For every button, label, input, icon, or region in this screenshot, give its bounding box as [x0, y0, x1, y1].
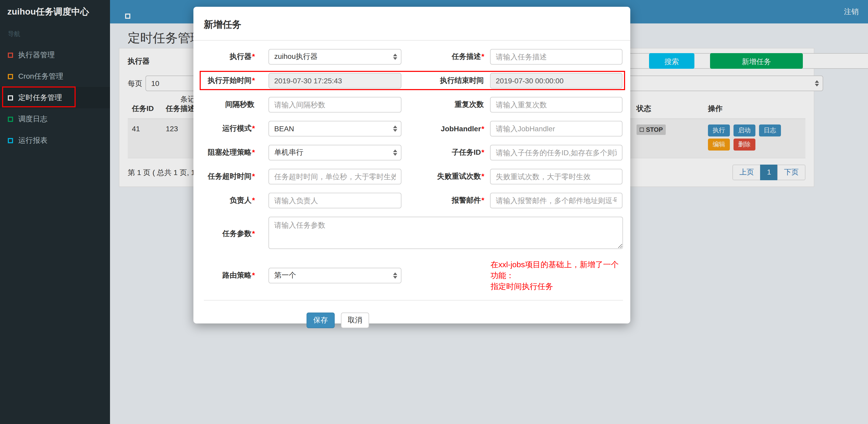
job-handler-input[interactable] — [490, 121, 622, 136]
feature-note: 在xxl-jobs项目的基础上，新增了一个功能： 指定时间执行任务 — [491, 259, 623, 292]
form-row-interval-repeat: 间隔秒数 重复次数 — [197, 97, 623, 112]
job-param-textarea[interactable] — [269, 217, 623, 249]
start-time-label: 执行开始时间* — [197, 76, 255, 86]
owner-input[interactable] — [269, 193, 401, 208]
modal-footer: 保存 取消 — [193, 300, 630, 328]
end-time-label: 执行结束时间 — [401, 76, 484, 86]
select-arrows-icon — [393, 150, 397, 156]
add-task-modal: 新增任务 执行器* zuihou执行器 任务描述* 执行开始时间* 执行结束时间… — [193, 7, 630, 323]
form-row-times: 执行开始时间* 执行结束时间 — [197, 73, 623, 89]
block-strategy-select[interactable]: 单机串行 — [269, 145, 401, 160]
interval-label: 间隔秒数 — [197, 100, 255, 109]
form-row-owner-email: 负责人* 报警邮件* — [197, 193, 623, 208]
select-arrows-icon — [393, 126, 397, 132]
start-time-input[interactable] — [269, 73, 401, 89]
repeat-input[interactable] — [490, 97, 622, 112]
timeout-input[interactable] — [269, 169, 401, 185]
interval-input[interactable] — [269, 97, 401, 112]
job-handler-label: JobHandler* — [401, 125, 484, 133]
select-arrows-icon — [393, 54, 397, 60]
app-root: zuihou任务调度中心 注销 导航 执行器管理 Cron任务管理 定时任务管理… — [0, 0, 868, 424]
cancel-button[interactable]: 取消 — [341, 313, 369, 328]
block-strategy-label: 阻塞处理策略* — [197, 148, 255, 157]
retry-input[interactable] — [490, 169, 622, 185]
form-row-runmode-handler: 运行模式* BEAN JobHandler* — [197, 121, 623, 136]
owner-label: 负责人* — [197, 196, 255, 205]
modal-header: 新增任务 — [193, 7, 630, 41]
modal-title: 新增任务 — [204, 19, 241, 30]
run-mode-select[interactable]: BEAN — [269, 121, 401, 136]
form-row-job-param: 任务参数* — [197, 217, 623, 251]
form-row-timeout-retry: 任务超时时间* 失败重试次数* — [197, 169, 623, 185]
alarm-email-label: 报警邮件* — [401, 196, 484, 205]
executor-label: 执行器* — [197, 52, 255, 62]
job-desc-input[interactable] — [490, 49, 622, 65]
route-strategy-label: 路由策略* — [197, 271, 255, 280]
end-time-input[interactable] — [490, 73, 622, 89]
select-arrows-icon — [393, 272, 397, 279]
timeout-label: 任务超时时间* — [197, 172, 255, 181]
form-row-block-childjob: 阻塞处理策略* 单机串行 子任务ID* — [197, 145, 623, 160]
save-button[interactable]: 保存 — [307, 313, 335, 328]
modal-body: 执行器* zuihou执行器 任务描述* 执行开始时间* 执行结束时间 间隔秒数… — [193, 41, 630, 328]
retry-label: 失败重试次数* — [401, 172, 484, 181]
executor-select[interactable]: zuihou执行器 — [269, 49, 401, 65]
run-mode-label: 运行模式* — [197, 124, 255, 133]
job-desc-label: 任务描述* — [401, 52, 484, 62]
form-row-route-strategy: 路由策略* 第一个 在xxl-jobs项目的基础上，新增了一个功能： 指定时间执… — [197, 259, 623, 292]
job-param-label: 任务参数* — [197, 229, 255, 238]
child-job-label: 子任务ID* — [401, 148, 484, 157]
form-row-executor: 执行器* zuihou执行器 任务描述* — [197, 49, 623, 65]
repeat-label: 重复次数 — [401, 100, 484, 109]
alarm-email-input[interactable] — [490, 193, 622, 208]
child-job-input[interactable] — [490, 145, 622, 160]
route-strategy-select[interactable]: 第一个 — [269, 267, 401, 283]
